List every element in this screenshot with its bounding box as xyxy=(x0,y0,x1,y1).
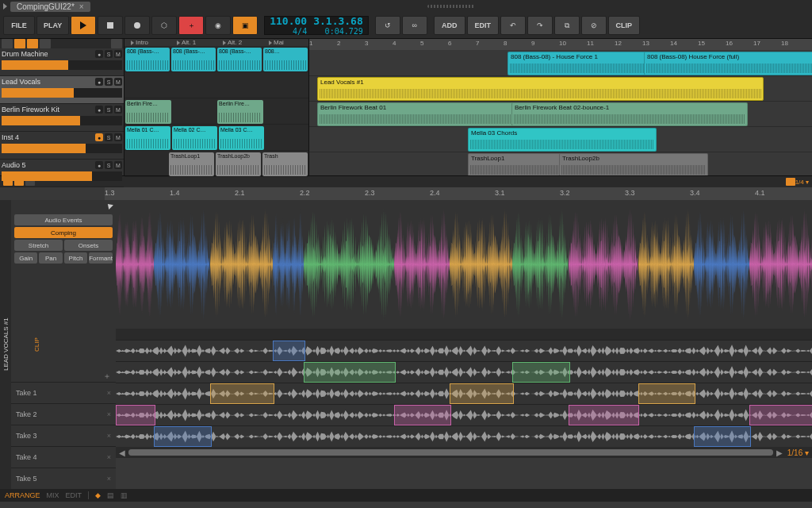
arranger-clip[interactable]: 808 (Bass-08) House Force (full) xyxy=(644,52,812,75)
record-button[interactable] xyxy=(124,16,150,35)
volume-fader[interactable] xyxy=(2,88,122,98)
clip-slot[interactable]: Mella 03 C… xyxy=(219,126,264,150)
clip-slot[interactable]: 808 (Bass-… xyxy=(217,48,262,71)
automation-write[interactable]: ⬡ xyxy=(151,16,177,35)
take-selection[interactable] xyxy=(116,405,155,425)
snap-icon[interactable] xyxy=(786,178,795,186)
panel-b-icon[interactable]: ▤ xyxy=(107,491,114,499)
link-icon[interactable]: ∞ xyxy=(402,16,427,35)
comp-segment[interactable] xyxy=(512,200,568,329)
record-arm[interactable]: ● xyxy=(95,161,103,169)
position-bars[interactable]: 3.1.3.68 xyxy=(313,15,363,27)
layout-icon[interactable] xyxy=(2,39,13,48)
take-lane[interactable] xyxy=(116,425,812,447)
solo-button[interactable]: S xyxy=(105,133,113,141)
clip-zoom[interactable]: 1/16 ▾ xyxy=(787,448,809,457)
empty-slot[interactable] xyxy=(217,74,262,96)
track-row[interactable]: Lead Vocals ● S M xyxy=(0,76,124,104)
record-arm[interactable]: ● xyxy=(95,133,103,141)
undo-icon[interactable]: ↶ xyxy=(500,16,526,35)
arranger-lane[interactable]: Lead Vocals #1 xyxy=(309,75,812,102)
tab-clip[interactable]: CLIP xyxy=(33,337,40,352)
tab-stretch[interactable]: Stretch xyxy=(14,240,63,251)
take-label[interactable]: Take 3× xyxy=(11,425,116,446)
comp-segment[interactable] xyxy=(638,200,694,329)
arranger-lane[interactable]: Berlin Firework Beat 01Berlin Firework B… xyxy=(309,101,812,127)
track-row[interactable]: Inst 4 ● S M xyxy=(0,132,124,160)
solo-button[interactable]: S xyxy=(105,50,113,58)
play-button[interactable] xyxy=(71,16,96,35)
comp-segment[interactable] xyxy=(694,200,749,329)
mute-button[interactable]: M xyxy=(114,133,122,141)
arranger-lane[interactable]: TrashLoop1TrashLoop2b xyxy=(309,152,812,175)
clip-slot[interactable]: 808 (Bass-… xyxy=(171,48,216,71)
solo-button[interactable]: S xyxy=(105,161,113,169)
tab-formant[interactable]: Formant xyxy=(89,252,113,264)
show-clips-icon[interactable] xyxy=(14,39,25,48)
edit-menu[interactable]: EDIT xyxy=(467,16,499,35)
empty-slot[interactable] xyxy=(125,152,167,175)
arranger-clip[interactable]: Berlin Firework Beat 02-bounce-1 xyxy=(511,102,748,126)
empty-slot[interactable] xyxy=(266,126,308,148)
arranger-timeline[interactable]: 123456789101112131415161718 808 (Bass-08… xyxy=(309,39,812,175)
track-row[interactable]: Berlin Firework Kit ● S M xyxy=(0,104,124,132)
take-label[interactable]: Take 5× xyxy=(11,468,116,489)
add-menu[interactable]: ADD xyxy=(434,16,465,35)
take-selection[interactable] xyxy=(273,341,306,361)
app-menu-icon[interactable] xyxy=(3,3,7,10)
tab-comping[interactable]: Comping xyxy=(14,227,113,238)
panel-a-icon[interactable]: ◆ xyxy=(95,491,101,499)
empty-slot[interactable] xyxy=(265,100,308,122)
mute-button[interactable]: M xyxy=(114,161,122,169)
clip-menu[interactable]: CLIP xyxy=(608,16,640,35)
arranger-ruler[interactable]: 123456789101112131415161718 xyxy=(309,39,812,50)
scene-header[interactable]: Alt. 2 xyxy=(216,39,262,46)
chevron-right-icon[interactable]: ▶ xyxy=(776,448,783,457)
clip-scrollbar[interactable]: ◀ ▶ 1/16 ▾ xyxy=(116,447,812,458)
clip-slot[interactable]: Berlin Fire… xyxy=(125,100,171,124)
mute-button[interactable]: M xyxy=(114,50,122,58)
show-fx-icon[interactable] xyxy=(27,39,38,48)
window-drag[interactable] xyxy=(94,5,809,8)
solo-button[interactable]: S xyxy=(105,78,113,86)
volume-fader[interactable] xyxy=(2,144,122,153)
comp-segment[interactable] xyxy=(210,200,273,329)
take-selection[interactable] xyxy=(512,362,569,383)
comp-segment[interactable] xyxy=(749,200,812,329)
tempo-value[interactable]: 110.00 xyxy=(270,15,307,27)
panel-c-icon[interactable]: ▥ xyxy=(121,491,128,499)
comp-segment[interactable] xyxy=(450,200,512,329)
arranger-lane[interactable]: Mella 03 Chords xyxy=(309,126,812,152)
mix-view[interactable]: MIX xyxy=(47,491,59,499)
clip-slot[interactable]: Trash xyxy=(262,152,308,176)
tab-pan[interactable]: Pan xyxy=(39,252,62,264)
take-selection[interactable] xyxy=(694,426,751,447)
clip-waveform-area[interactable]: ◀ ▶ 1/16 ▾ xyxy=(116,200,812,489)
clip-slot[interactable]: Mella 01 C… xyxy=(125,126,170,150)
arrange-view[interactable]: ARRANGE xyxy=(5,491,40,499)
take-selection[interactable] xyxy=(638,383,695,404)
remove-take-icon[interactable]: × xyxy=(107,475,111,483)
clip-slot[interactable]: TrashLoop1 xyxy=(169,152,214,176)
take-selection[interactable] xyxy=(304,362,396,383)
arranger-clip[interactable]: Lead Vocals #1 xyxy=(317,77,764,101)
transport-display[interactable]: 110.00 4/4 3.1.3.68 0:04.729 xyxy=(264,16,369,35)
arranger-lane[interactable]: 808 (Bass-08) - House Force 1808 (Bass-0… xyxy=(309,50,812,76)
close-tab-icon[interactable]: × xyxy=(79,2,84,11)
comp-segment[interactable] xyxy=(304,200,394,329)
take-selection[interactable] xyxy=(154,426,211,447)
chevron-left-icon[interactable]: ◀ xyxy=(119,448,125,457)
comp-segment[interactable] xyxy=(154,200,209,329)
take-selection[interactable] xyxy=(450,383,514,404)
volume-fader[interactable] xyxy=(2,171,122,181)
comp-segment[interactable] xyxy=(394,200,450,329)
volume-fader[interactable] xyxy=(2,60,122,70)
add-button-plus[interactable]: ＋ xyxy=(178,16,204,35)
take-selection[interactable] xyxy=(749,405,812,425)
arranger-clip[interactable]: TrashLoop1 xyxy=(468,153,561,175)
tab-pitch[interactable]: Pitch xyxy=(64,252,87,264)
remove-take-icon[interactable]: × xyxy=(107,410,111,418)
show-auto-icon[interactable] xyxy=(40,39,51,48)
take-lane[interactable] xyxy=(116,404,812,425)
remove-take-icon[interactable]: × xyxy=(107,432,111,440)
